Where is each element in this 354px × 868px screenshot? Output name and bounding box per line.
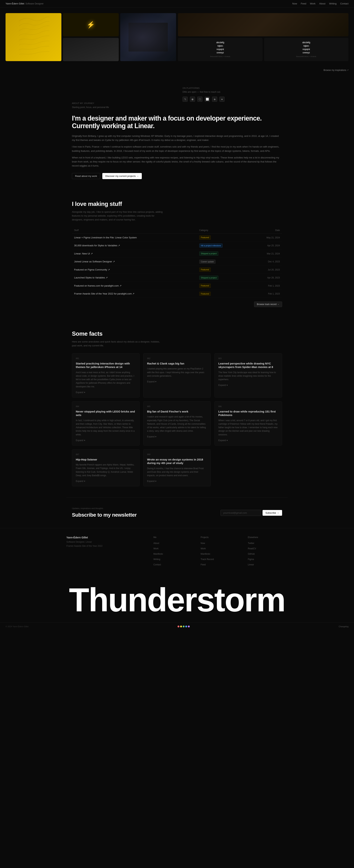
footer-proj-now[interactable]: Now [201,542,205,545]
stuff-table-wrapper: Stuff Category Date Linear × Figma Lives… [72,227,282,307]
footer-me-work[interactable]: Work [153,547,158,550]
fact-card: 007 Hip-Hop listener My favorite French … [72,449,140,487]
gallery-font-left: abcdefg hijklm nopqrst uvwxyz Beausoleil… [178,38,262,61]
discover-projects-button[interactable]: Discover my current projects → [102,173,142,179]
nav-feed[interactable]: Feed [301,2,306,5]
table-row: Featured on Figma Community ↗ Featured J… [72,266,282,274]
expand-button[interactable]: Expand ▾ [147,380,156,383]
footer-me-writing[interactable]: Writing [153,558,160,561]
chevron-down-icon: ▾ [226,384,228,386]
nav-writing[interactable]: Writing [329,2,337,5]
footer-else-twitter[interactable]: Twitter [248,542,254,545]
footer-me-title: Me [153,536,193,539]
footer-me-about[interactable]: About [153,542,159,545]
dot-red [178,626,179,627]
footer-proj-work[interactable]: Work [201,547,206,550]
making-title: I love making stuff [72,199,282,208]
subscribe-button[interactable]: Subscribe → [262,510,282,516]
chevron-down-icon: ▾ [84,391,85,394]
gallery-lightning: ⚡ [63,13,119,36]
table-row: Linear × Figma Livestream In the File: L… [72,234,282,242]
fact-number: 001 [76,357,136,360]
read-work-button[interactable]: Read about my work [72,173,100,179]
color-dots [178,626,190,627]
expand-button[interactable]: Expand ▾ [218,439,228,442]
fact-title: Hip-Hop listener [76,458,136,461]
footer-proj-track[interactable]: Track Record [201,558,214,561]
expand-button[interactable]: Expand ▾ [218,384,228,386]
about-section: On platforms DMs are open — feel free to… [66,78,288,188]
fact-title: Learned perspective while drawing NYC sk… [218,362,278,369]
fact-card: 004 Never stopped playing with LEGO bric… [72,401,140,445]
expand-button[interactable]: Expand ▾ [147,480,156,483]
copyright-bar: © 2024 Yann-Édern Gillet Changelog [0,622,354,631]
social-figma[interactable]: ⬜ [205,97,210,102]
fact-card: 005 Big fan of David Fincher's work I wa… [143,401,211,445]
fact-title: Wrote an essay on design systems in 2018… [147,458,207,465]
browse-inspirations-link[interactable]: Browse my inspirations [324,68,349,72]
expand-button[interactable]: Expand ▾ [76,439,85,442]
dot-yellow [180,626,182,627]
table-row: Framer Awards Site of the Year 2022 for … [72,290,282,298]
footer-else-linear[interactable]: Linear [248,563,254,566]
about-para-1: Originally from Brittany, I grew up with… [72,134,282,142]
nav-now[interactable]: Now [292,2,297,5]
row-category: Featured [197,282,249,290]
footer-grid: Yann-Édern Gillet Software Designer, Lin… [66,536,288,566]
nav-about[interactable]: About [319,2,325,5]
footer-else-figma[interactable]: Figma [248,558,254,561]
gallery-left: ⚡ [5,13,176,61]
newsletter-title: Subscribe to my newsletter [72,511,137,519]
expand-label: Expand [147,480,155,483]
social-github[interactable]: ⬡ [197,97,203,102]
expand-label: Expand [218,384,226,386]
expand-label: Expand [147,380,155,383]
social-twitter[interactable]: 𝕏 [182,97,188,102]
chevron-down-icon: ▾ [155,435,156,438]
chevron-down-icon: ▾ [155,380,156,383]
nav-work[interactable]: Work [310,2,315,5]
nav-contact[interactable]: Contact [340,2,349,5]
newsletter-email-input[interactable] [220,510,261,516]
footer-else-readcv[interactable]: ReadCV [248,547,256,550]
expand-button[interactable]: Expand ▾ [76,391,85,394]
row-date: Dec 4, 2023 [249,257,282,266]
social-linear[interactable]: ◈ [212,97,217,102]
browse-track-button[interactable]: Browse track record → [254,302,282,307]
fact-number: 002 [147,357,207,360]
expand-button[interactable]: Expand ▾ [76,480,85,483]
footer-proj-manifesto[interactable]: Manifesto [201,553,210,555]
row-category: Featured [197,266,249,274]
fact-number: 005 [147,405,207,408]
footer-projects-links: Now Work Manifesto Track Record Feed [201,541,240,566]
footer: Yann-Édern Gillet Software Designer, Lin… [0,528,354,622]
changelog-link[interactable]: Changelog [339,625,349,628]
expand-label: Expand [218,439,226,442]
row-stuff: Framer Awards Site of the Year 2022 for … [72,290,197,298]
fact-card: 002 Rachet & Clank saga big fan I starte… [143,353,211,398]
facts-title: Some facts [72,329,282,338]
fact-title: Learned to draw while reproducing 151 fi… [218,410,278,417]
expand-button[interactable]: Expand ▾ [147,435,156,438]
fact-title: Rachet & Clank saga big fan [147,362,207,365]
table-body: Linear × Figma Livestream In the File: L… [72,234,282,298]
table-actions: Browse track record → [72,302,282,307]
platforms-label: On platforms [182,87,282,90]
row-date: Apr 25, 2024 [249,242,282,250]
footer-else-github[interactable]: GitHub [248,553,255,555]
chevron-down-icon: ▾ [226,439,228,442]
footer-me-contact[interactable]: Contact [153,563,161,566]
expand-label: Expand [76,439,83,442]
footer-me-manifesto[interactable]: Manifesto [153,553,163,555]
social-readcv[interactable]: ◉ [190,97,195,102]
footer-elsewhere-links: Twitter ReadCV GitHub Figma Linear [248,541,288,566]
footer-me-links: About Work Manifesto Writing Contact [153,541,193,566]
footer-proj-feed[interactable]: Feed [201,563,206,566]
social-other[interactable]: ● [219,97,224,102]
fact-title: Never stopped playing with LEGO bricks a… [76,410,136,417]
big-title-section: Thunderstorm [5,578,349,615]
fact-text: In fact, I continued to play while in hi… [76,419,136,436]
fact-text: My favorite French rappers are Alpha Wan… [76,463,136,477]
table-row: Joined Linear as Software Designer ↗ Car… [72,257,282,266]
newsletter-label: Updates, inspirations and thoughts [72,507,137,510]
